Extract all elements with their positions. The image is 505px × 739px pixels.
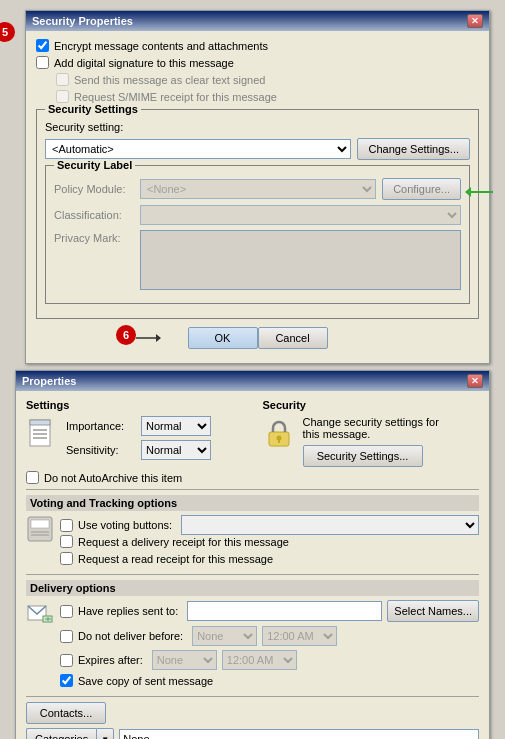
security-label-group: Security Label Policy Module: <None> Con…: [45, 165, 470, 304]
delivery-icon: [26, 600, 54, 628]
security-icon-row: Change security settings for this messag…: [263, 416, 480, 467]
clear-text-checkbox[interactable]: [56, 73, 69, 86]
do-not-deliver-row: Do not deliver before: None 12:00 AM: [60, 626, 479, 646]
categories-btn-group: Categories ▼: [26, 728, 114, 739]
voting-select[interactable]: [181, 515, 479, 535]
cancel-button[interactable]: Cancel: [258, 327, 328, 349]
properties-dialog: Properties ✕ Settings: [15, 370, 490, 739]
do-not-deliver-label: Do not deliver before:: [78, 630, 183, 642]
sensitivity-label: Sensitivity:: [66, 444, 136, 456]
classification-row: Classification:: [54, 205, 461, 225]
smime-receipt-checkbox[interactable]: [56, 90, 69, 103]
step-5-badge: 5: [0, 22, 15, 42]
expires-label: Expires after:: [78, 654, 143, 666]
do-not-deliver-checkbox[interactable]: [60, 630, 73, 643]
replies-sent-row: Have replies sent to: Select Names...: [60, 600, 479, 622]
voting-tracking-header: Voting and Tracking options: [26, 495, 479, 511]
security-setting-row: Security setting:: [45, 121, 470, 133]
smime-receipt-label: Request S/MIME receipt for this message: [74, 91, 277, 103]
save-copy-row: Save copy of sent message: [60, 674, 479, 687]
voting-icon: [26, 515, 54, 543]
select-names-button[interactable]: Select Names...: [387, 600, 479, 622]
categories-row: Categories ▼: [26, 728, 479, 739]
settings-icon-col: [26, 416, 58, 452]
voting-icon-row: Use voting buttons: Request a delivery r…: [26, 515, 479, 569]
encrypt-checkbox[interactable]: [36, 39, 49, 52]
security-desc: Change security settings for this messag…: [303, 416, 443, 440]
close-icon: ✕: [471, 16, 479, 26]
divider-2: [26, 574, 479, 575]
security-dialog-buttons: 6 OK Cancel: [36, 327, 479, 355]
have-replies-checkbox[interactable]: [60, 605, 73, 618]
read-receipt-row: Request a read receipt for this message: [60, 552, 479, 565]
clear-text-label: Send this message as clear text signed: [74, 74, 265, 86]
digital-sig-row: Add digital signature to this message: [36, 56, 479, 69]
delivery-receipt-checkbox[interactable]: [60, 535, 73, 548]
svg-rect-5: [30, 420, 50, 425]
save-copy-checkbox[interactable]: [60, 674, 73, 687]
security-setting-select[interactable]: <Automatic>: [45, 139, 351, 159]
importance-select[interactable]: LowNormalHigh: [141, 416, 211, 436]
change-settings-button[interactable]: Change Settings...: [357, 138, 470, 160]
classification-select[interactable]: [140, 205, 461, 225]
privacy-mark-label: Privacy Mark:: [54, 230, 134, 244]
digital-sig-checkbox[interactable]: [36, 56, 49, 69]
do-not-deliver-time-select[interactable]: 12:00 AM: [262, 626, 337, 646]
use-voting-row: Use voting buttons:: [60, 515, 479, 535]
security-settings-group-label: Security Settings: [45, 103, 141, 115]
delivery-receipt-row: Request a delivery receipt for this mess…: [60, 535, 479, 548]
contacts-categories-row: Contacts...: [26, 702, 479, 724]
security-desc-col: Change security settings for this messag…: [303, 416, 443, 467]
settings-header: Settings: [26, 399, 243, 411]
classification-label: Classification:: [54, 209, 134, 221]
delivery-icon-col: [26, 600, 54, 630]
digital-sig-options: Send this message as clear text signed R…: [36, 73, 479, 103]
expires-checkbox[interactable]: [60, 654, 73, 667]
step-6-badge: 6: [116, 325, 136, 345]
categories-button[interactable]: Categories: [26, 728, 96, 739]
security-header: Security: [263, 399, 480, 411]
replies-sent-label: Have replies sent to:: [78, 605, 178, 617]
read-receipt-checkbox[interactable]: [60, 552, 73, 565]
delivery-icon-row: Have replies sent to: Select Names... Do…: [26, 600, 479, 691]
do-not-archive-label: Do not AutoArchive this item: [44, 472, 182, 484]
use-voting-checkbox[interactable]: [60, 519, 73, 532]
properties-close-button[interactable]: ✕: [467, 374, 483, 388]
categories-input[interactable]: [119, 729, 479, 739]
do-not-archive-checkbox[interactable]: [26, 471, 39, 484]
security-settings-button[interactable]: Security Settings...: [303, 445, 423, 467]
policy-module-form-row: Policy Module: <None> Configure...: [54, 178, 461, 200]
voting-options-col: Use voting buttons: Request a delivery r…: [60, 515, 479, 569]
security-col: Security Change securit: [263, 399, 480, 467]
policy-module-select[interactable]: <None>: [140, 179, 376, 199]
encrypt-checkbox-row: Encrypt message contents and attachments: [36, 39, 479, 52]
sensitivity-row: Sensitivity: NormalPersonalPrivateConfid…: [66, 440, 211, 460]
settings-security-row: Settings: [26, 399, 479, 467]
importance-row: Importance: LowNormalHigh: [66, 416, 211, 436]
privacy-mark-textarea[interactable]: [140, 230, 461, 290]
settings-doc-icon: [26, 418, 58, 450]
sensitivity-select[interactable]: NormalPersonalPrivateConfidential: [141, 440, 211, 460]
importance-sensitivity-col: Importance: LowNormalHigh Sensitivity: N…: [66, 416, 211, 464]
title-bar-buttons: ✕: [467, 14, 483, 28]
properties-title-bar: Properties ✕: [16, 371, 489, 391]
properties-title-buttons: ✕: [467, 374, 483, 388]
expires-none-select[interactable]: None: [152, 650, 217, 670]
replies-sent-input[interactable]: [187, 601, 382, 621]
close-button[interactable]: ✕: [467, 14, 483, 28]
contacts-button[interactable]: Contacts...: [26, 702, 106, 724]
ok-button[interactable]: OK: [188, 327, 258, 349]
save-copy-label: Save copy of sent message: [78, 675, 213, 687]
divider-1: [26, 489, 479, 490]
svg-marker-1: [156, 334, 161, 342]
step-6-wrap: 6 OK Cancel: [36, 327, 479, 349]
smime-receipt-row: Request S/MIME receipt for this message: [56, 90, 479, 103]
configure-button[interactable]: Configure...: [382, 178, 461, 200]
expires-time-select[interactable]: 12:00 AM: [222, 650, 297, 670]
delivery-options-col: Have replies sent to: Select Names... Do…: [60, 600, 479, 691]
green-arrow: [465, 183, 493, 201]
do-not-deliver-none-select[interactable]: None: [192, 626, 257, 646]
svg-rect-13: [31, 520, 49, 528]
security-settings-group: Security Settings Security setting: <Aut…: [36, 109, 479, 319]
categories-dropdown-arrow[interactable]: ▼: [96, 728, 114, 739]
